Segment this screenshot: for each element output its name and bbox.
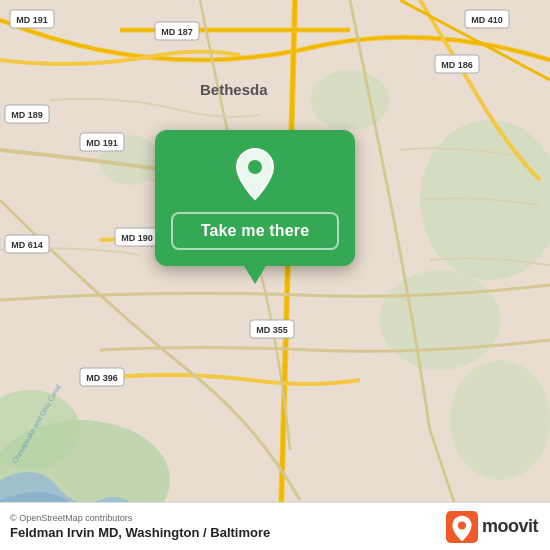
svg-text:MD 191: MD 191 — [16, 15, 48, 25]
svg-point-6 — [310, 70, 390, 130]
svg-point-4 — [380, 270, 500, 370]
svg-text:Bethesda: Bethesda — [200, 81, 268, 98]
svg-text:MD 614: MD 614 — [11, 240, 43, 250]
map-attribution: © OpenStreetMap contributors — [10, 513, 270, 523]
svg-text:MD 189: MD 189 — [11, 110, 43, 120]
svg-point-35 — [248, 160, 262, 174]
svg-text:MD 410: MD 410 — [471, 15, 503, 25]
svg-text:MD 186: MD 186 — [441, 60, 473, 70]
place-title: Feldman Irvin MD, Washington / Baltimore — [10, 525, 270, 540]
svg-point-37 — [458, 521, 466, 529]
location-icon-wrapper — [229, 148, 281, 200]
location-pin-icon — [231, 147, 279, 201]
moovit-brand-icon — [446, 511, 478, 543]
moovit-brand-text: moovit — [482, 516, 538, 537]
svg-text:MD 191: MD 191 — [86, 138, 118, 148]
svg-point-5 — [450, 360, 550, 480]
map-container: MD 191 MD 187 MD 410 MD 189 MD 186 MD 19… — [0, 0, 550, 550]
popup-card: Take me there — [155, 130, 355, 266]
svg-text:MD 396: MD 396 — [86, 373, 118, 383]
footer-bar: © OpenStreetMap contributors Feldman Irv… — [0, 502, 550, 550]
svg-text:MD 355: MD 355 — [256, 325, 288, 335]
footer-left: © OpenStreetMap contributors Feldman Irv… — [10, 513, 270, 540]
map-background: MD 191 MD 187 MD 410 MD 189 MD 186 MD 19… — [0, 0, 550, 550]
moovit-logo: moovit — [446, 511, 538, 543]
svg-text:MD 190: MD 190 — [121, 233, 153, 243]
svg-text:MD 187: MD 187 — [161, 27, 193, 37]
take-me-there-button[interactable]: Take me there — [171, 212, 339, 250]
